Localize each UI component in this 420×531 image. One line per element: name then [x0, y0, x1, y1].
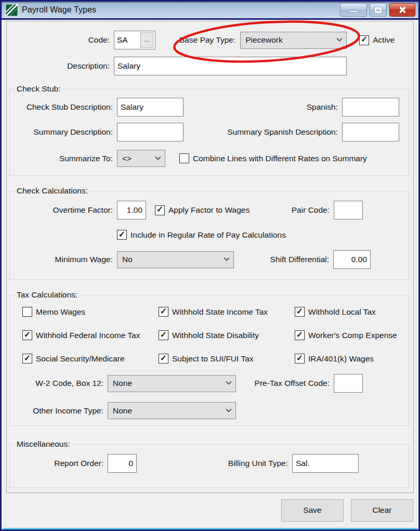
shift-differential-label: Shift Differential: — [270, 255, 333, 264]
combine-lines-checkbox[interactable]: ✓ — [179, 153, 189, 163]
chevron-down-icon — [155, 154, 161, 160]
minimum-wage-dropdown[interactable]: No — [117, 251, 234, 268]
withhold-state-income-tax-label: Withhold State Income Tax — [172, 307, 268, 317]
base-pay-type-label: Base Pay Type: — [179, 35, 240, 45]
tax-checkbox-item: ✓ Worker's Comp Expense — [295, 330, 409, 340]
summarize-to-dropdown[interactable]: <> — [117, 150, 165, 167]
close-button[interactable] — [389, 3, 415, 17]
tax-checkbox-grid: ✓ Memo Wages ✓ Withhold State Income Tax… — [22, 307, 409, 364]
check-stub-group: Check Stub: Check Stub Description: Span… — [9, 84, 409, 176]
active-checkbox[interactable]: ✓ — [359, 35, 369, 45]
check-calculations-group: Check Calculations: Overtime Factor: ✓ A… — [9, 186, 409, 280]
withhold-federal-income-tax-checkbox[interactable]: ✓ — [22, 330, 32, 340]
chevron-down-icon — [224, 255, 229, 261]
close-icon — [398, 6, 406, 14]
other-income-type-label: Other Income Type: — [10, 406, 108, 416]
memo-wages-label: Memo Wages — [36, 307, 85, 317]
check-stub-description-input[interactable] — [117, 98, 183, 116]
include-regular-rate-label: Include in Regular Rate of Pay Calculati… — [130, 230, 286, 240]
pre-tax-offset-code-input[interactable] — [334, 374, 363, 393]
check-mark-icon: ✓ — [296, 331, 303, 339]
save-button[interactable]: Save — [281, 499, 344, 522]
pair-code-label: Pair Code: — [292, 205, 334, 215]
w2-code-value: None — [113, 379, 132, 388]
other-income-type-dropdown[interactable]: None — [108, 402, 236, 419]
shift-differential-input[interactable] — [333, 250, 371, 269]
code-input[interactable] — [114, 32, 140, 48]
check-mark-icon: ✓ — [119, 230, 125, 239]
summary-spanish-description-input[interactable] — [342, 123, 399, 141]
tax-calculations-group: Tax Calculations: ✓ Memo Wages ✓ Withhol… — [9, 290, 409, 426]
w2-code-dropdown[interactable]: None — [108, 375, 236, 392]
pre-tax-offset-code-label: Pre-Tax Offset Code: — [255, 379, 334, 388]
w2-code-label: W-2 Code, Box 12: — [10, 379, 108, 388]
summarize-to-label: Summarize To: — [10, 154, 117, 163]
titlebar: Payroll Wage Types — [2, 2, 418, 20]
payroll-wage-types-window: Payroll Wage Types Code: ... Base Pa — [0, 0, 420, 531]
maximize-icon — [375, 7, 382, 13]
check-mark-icon: ✓ — [24, 354, 31, 362]
withhold-local-tax-label: Withhold Local Tax — [308, 307, 376, 317]
workers-comp-expense-label: Worker's Comp Expense — [308, 331, 397, 340]
footer-button-bar: Save Clear — [6, 493, 414, 529]
check-mark-icon: ✓ — [361, 35, 368, 44]
spanish-input[interactable] — [342, 98, 399, 116]
check-mark-icon: ✓ — [160, 307, 167, 316]
withhold-federal-income-tax-label: Withhold Federal Income Tax — [36, 331, 140, 340]
check-mark-icon: ✓ — [160, 331, 167, 339]
tax-checkbox-item: ✓ Memo Wages — [22, 307, 159, 317]
pair-code-input[interactable] — [334, 201, 363, 219]
summary-description-input[interactable] — [117, 123, 183, 141]
overtime-factor-label: Overtime Factor: — [10, 205, 117, 215]
app-icon — [5, 4, 18, 17]
clear-button[interactable]: Clear — [351, 499, 413, 522]
window-title: Payroll Wage Types — [22, 5, 96, 15]
subject-to-sui-fui-tax-checkbox[interactable]: ✓ — [159, 354, 168, 364]
apply-factor-checkbox[interactable]: ✓ — [155, 205, 165, 215]
withhold-state-disability-checkbox[interactable]: ✓ — [159, 330, 168, 340]
tax-checkbox-item: ✓ IRA/401(k) Wages — [295, 354, 409, 364]
subject-to-sui-fui-tax-label: Subject to SUI/FUI Tax — [172, 354, 254, 364]
withhold-state-disability-label: Withhold State Disability — [172, 331, 259, 340]
tax-checkbox-item: ✓ Withhold Federal Income Tax — [22, 330, 159, 340]
withhold-local-tax-checkbox[interactable]: ✓ — [295, 307, 305, 317]
minimize-button[interactable] — [340, 3, 367, 17]
overtime-factor-input[interactable] — [117, 201, 146, 219]
tax-checkbox-item: ✓ Withhold Local Tax — [295, 307, 409, 317]
apply-factor-label: Apply Factor to Wages — [168, 205, 250, 215]
tax-checkbox-item: ✓ Subject to SUI/FUI Tax — [159, 354, 295, 364]
memo-wages-checkbox[interactable]: ✓ — [22, 307, 32, 317]
code-browse-button[interactable]: ... — [140, 32, 153, 48]
check-mark-icon: ✓ — [160, 354, 167, 362]
minimum-wage-value: No — [122, 255, 133, 264]
other-income-type-value: None — [113, 406, 132, 416]
ira-401k-wages-checkbox[interactable]: ✓ — [295, 354, 305, 364]
code-field-group: ... — [114, 31, 155, 49]
check-mark-icon: ✓ — [296, 354, 303, 362]
tax-calculations-legend: Tax Calculations: — [15, 290, 80, 300]
combine-lines-label: Combine Lines with Different Rates on Su… — [193, 154, 367, 163]
description-label: Description: — [7, 61, 114, 71]
workers-comp-expense-checkbox[interactable]: ✓ — [295, 330, 305, 340]
check-calculations-legend: Check Calculations: — [15, 186, 90, 196]
base-pay-type-dropdown[interactable]: Piecework — [240, 32, 347, 49]
description-input[interactable] — [114, 57, 347, 75]
social-security-medicare-label: Social Security/Medicare — [36, 354, 125, 364]
maximize-button[interactable] — [370, 3, 387, 17]
social-security-medicare-checkbox[interactable]: ✓ — [22, 354, 32, 364]
include-regular-rate-checkbox[interactable]: ✓ — [117, 230, 127, 240]
summarize-to-value: <> — [122, 154, 132, 163]
report-order-input[interactable] — [108, 454, 137, 473]
billing-unit-type-input[interactable] — [292, 454, 359, 473]
tax-checkbox-item: ✓ Withhold State Disability — [159, 330, 295, 340]
window-controls — [340, 3, 415, 17]
report-order-label: Report Order: — [10, 459, 108, 468]
main-panel: Code: ... Base Pay Type: Piecework ✓ Act… — [6, 21, 414, 493]
summary-description-label: Summary Description: — [10, 127, 117, 137]
withhold-state-income-tax-checkbox[interactable]: ✓ — [159, 307, 168, 317]
miscellaneous-legend: Miscellaneous: — [15, 439, 72, 449]
chevron-down-icon — [226, 379, 231, 385]
tax-checkbox-item: ✓ Withhold State Income Tax — [159, 307, 295, 317]
summary-spanish-description-label: Summary Spanish Description: — [227, 127, 342, 137]
code-label: Code: — [7, 35, 114, 45]
